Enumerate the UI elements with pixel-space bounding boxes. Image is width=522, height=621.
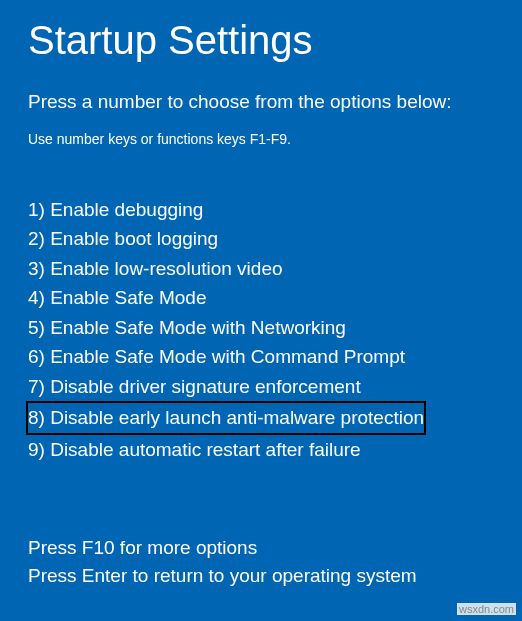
option-1[interactable]: 1) Enable debugging [28, 195, 494, 224]
option-4[interactable]: 4) Enable Safe Mode [28, 283, 494, 312]
option-2[interactable]: 2) Enable boot logging [28, 224, 494, 253]
page-title: Startup Settings [28, 18, 494, 63]
option-7[interactable]: 7) Disable driver signature enforcement [28, 372, 494, 401]
footer-return: Press Enter to return to your operating … [28, 562, 494, 591]
instruction-text: Press a number to choose from the option… [28, 91, 494, 113]
option-5[interactable]: 5) Enable Safe Mode with Networking [28, 313, 494, 342]
footer-more-options: Press F10 for more options [28, 534, 494, 563]
hint-text: Use number keys or functions keys F1-F9. [28, 131, 494, 147]
watermark: wsxdn.com [457, 603, 516, 615]
option-3[interactable]: 3) Enable low-resolution video [28, 254, 494, 283]
option-6[interactable]: 6) Enable Safe Mode with Command Prompt [28, 342, 494, 371]
option-9[interactable]: 9) Disable automatic restart after failu… [28, 435, 494, 464]
startup-settings-screen: Startup Settings Press a number to choos… [0, 0, 522, 591]
option-8[interactable]: 8) Disable early launch anti-malware pro… [26, 401, 426, 434]
options-list: 1) Enable debugging2) Enable boot loggin… [28, 195, 494, 464]
